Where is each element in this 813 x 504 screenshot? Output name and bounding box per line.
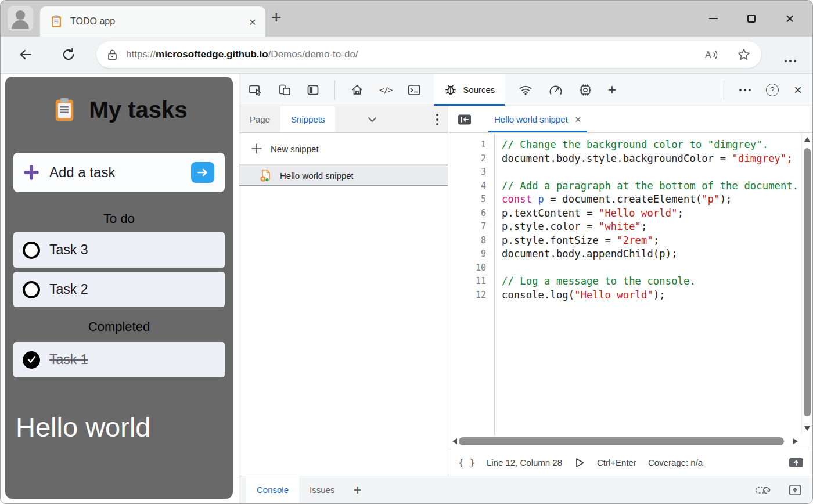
task-row[interactable]: Task 3 (13, 232, 225, 268)
back-icon (18, 47, 33, 62)
editor-tab-bar: Hello world snippet × (449, 106, 812, 133)
scroll-down-arrow[interactable] (804, 426, 810, 431)
minimize-icon (709, 18, 718, 19)
snippet-file-icon (259, 168, 273, 182)
page-viewport: My tasks Add a task To do Task 3Task 2 C… (1, 74, 239, 503)
expand-panel-icon[interactable] (788, 484, 802, 496)
vertical-scrollbar[interactable] (801, 133, 812, 435)
code-line[interactable]: document.body.appendChild(p); (502, 247, 812, 261)
add-task-submit-button[interactable] (191, 162, 214, 183)
task-row[interactable]: Task 1 (13, 342, 225, 377)
editor-tab-snippet[interactable]: Hello world snippet × (488, 106, 587, 132)
tab-strip: TODO app × + × (1, 1, 812, 37)
tab-page[interactable]: Page (239, 106, 280, 132)
minimize-button[interactable] (694, 1, 732, 37)
read-aloud-icon[interactable]: A (703, 48, 720, 62)
hide-navigator-icon[interactable] (457, 113, 472, 126)
reload-button[interactable] (61, 47, 76, 64)
maximize-button[interactable] (732, 1, 771, 37)
task-label: Task 3 (49, 242, 88, 258)
code-line[interactable]: // Log a message to the console. (502, 275, 812, 289)
favorites-star-icon[interactable] (737, 48, 751, 62)
horizontal-scroll-thumb[interactable] (459, 437, 784, 445)
scroll-left-arrow[interactable] (452, 438, 457, 444)
scroll-right-arrow[interactable] (793, 438, 798, 444)
profile-avatar[interactable] (8, 6, 33, 31)
code-lines[interactable]: // Change the background color to "dimgr… (494, 133, 812, 435)
chevron-down-icon[interactable] (368, 117, 377, 123)
elements-panel-icon[interactable]: </> (379, 85, 392, 95)
code-line[interactable]: p.style.fontSize = "2rem"; (502, 234, 812, 248)
line-numbers: 123456789101112 (449, 133, 494, 435)
code-line[interactable]: console.log("Hello world"); (502, 289, 812, 303)
browser-tab[interactable]: TODO app × (40, 6, 265, 37)
browser-window: TODO app × + × htt (0, 0, 813, 504)
new-snippet-button[interactable]: New snippet (239, 133, 448, 165)
add-task-input[interactable]: Add a task (13, 153, 225, 192)
navigator-menu-icon[interactable] (436, 114, 438, 125)
code-line[interactable] (502, 165, 812, 179)
layout-panel-icon[interactable] (307, 84, 319, 96)
add-drawer-tab-icon[interactable]: + (353, 482, 361, 498)
horizontal-scrollbar[interactable] (449, 435, 801, 448)
tab-close-icon[interactable]: × (249, 16, 256, 28)
memory-chip-icon[interactable] (578, 83, 592, 97)
back-button[interactable] (18, 47, 33, 64)
performance-gauge-icon[interactable] (548, 84, 563, 96)
tab-issues[interactable]: Issues (299, 476, 345, 503)
reload-icon (61, 47, 76, 62)
toggle-drawer-icon[interactable] (788, 456, 804, 469)
snippet-item-label: Hello world snippet (280, 171, 354, 181)
sources-tab-label: Sources (463, 85, 495, 95)
task-row[interactable]: Task 2 (13, 272, 225, 307)
run-snippet-icon[interactable] (574, 457, 585, 469)
code-line[interactable]: // Change the background color to "dimgr… (502, 138, 812, 152)
network-conditions-icon[interactable] (518, 84, 533, 96)
cursor-position: Line 12, Column 28 (487, 458, 562, 467)
new-snippet-label: New snippet (271, 144, 319, 154)
sources-navigator: Page Snippets New snippet He (239, 106, 448, 476)
pretty-print-icon[interactable]: { } (458, 457, 475, 468)
svg-text:A: A (705, 50, 711, 60)
devtools-toolbar: </> Sources + (239, 74, 812, 106)
scroll-up-arrow[interactable] (804, 137, 810, 142)
code-line[interactable]: p.textContent = "Hello world"; (502, 207, 812, 221)
task-checkbox[interactable] (23, 281, 40, 298)
checkmark-icon (27, 355, 37, 364)
window-controls: × (694, 1, 809, 37)
tab-sources[interactable]: Sources (434, 74, 505, 106)
refresh-frame-icon[interactable] (756, 484, 772, 496)
snippet-item-selected[interactable]: Hello world snippet (239, 165, 448, 186)
code-area[interactable]: 123456789101112 // Change the background… (449, 133, 812, 435)
close-button[interactable]: × (771, 1, 809, 37)
code-line[interactable]: // Add a paragraph at the bottom of the … (502, 179, 812, 193)
maximize-icon (747, 15, 756, 23)
new-tab-button[interactable]: + (271, 8, 282, 27)
code-line[interactable] (502, 261, 812, 275)
code-line[interactable]: const p = document.createElement("p"); (502, 193, 812, 207)
lock-icon[interactable] (107, 49, 118, 61)
task-label: Task 1 (49, 352, 88, 368)
tab-console[interactable]: Console (246, 476, 299, 503)
code-line[interactable]: p.style.color = "white"; (502, 220, 812, 234)
console-panel-icon[interactable] (407, 84, 421, 96)
run-shortcut: Ctrl+Enter (597, 458, 636, 467)
task-checkbox-checked[interactable] (23, 351, 40, 369)
completed-task-list: Task 1 (13, 342, 225, 377)
devtools-menu-icon[interactable] (739, 89, 751, 91)
help-icon[interactable]: ? (766, 84, 779, 96)
more-tools-plus-icon[interactable]: + (607, 81, 616, 99)
tab-snippets[interactable]: Snippets (280, 106, 335, 132)
devtools-close-icon[interactable]: × (794, 83, 802, 97)
vertical-scroll-thumb[interactable] (804, 148, 811, 416)
editor-tab-close-icon[interactable]: × (575, 114, 581, 125)
welcome-home-icon[interactable] (350, 83, 364, 97)
inspect-element-icon[interactable] (249, 84, 262, 96)
task-checkbox[interactable] (23, 242, 40, 259)
todo-section-heading: To do (5, 211, 233, 226)
code-line[interactable]: document.body.style.backgroundColor = "d… (502, 152, 812, 166)
device-emulation-icon[interactable] (278, 84, 292, 96)
browser-menu-icon[interactable] (785, 60, 796, 62)
address-bar[interactable]: https://microsoftedge.github.io/Demos/de… (96, 41, 761, 68)
editor-status-bar: { } Line 12, Column 28 Ctrl+Enter Covera… (449, 449, 812, 476)
